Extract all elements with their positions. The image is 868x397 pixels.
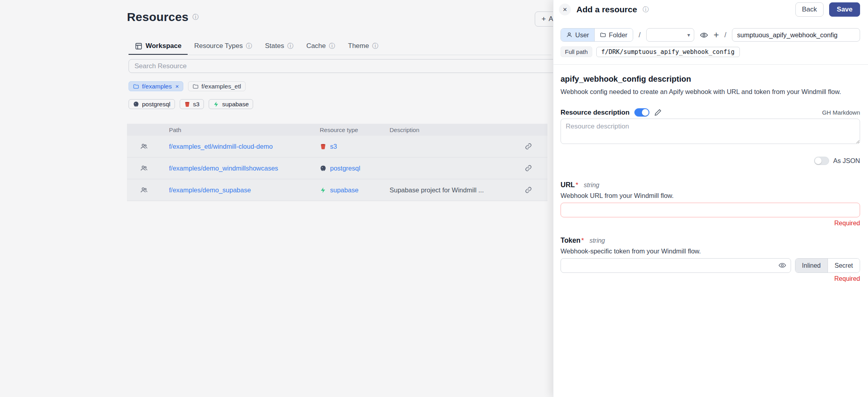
drawer-backdrop[interactable] <box>0 0 553 397</box>
full-path-value: f/DRK/sumptuous_apify_webhook_config <box>596 47 740 57</box>
token-inlined-option[interactable]: Inlined <box>795 259 828 272</box>
url-help: Webhook URL from your Windmill flow. <box>561 192 860 199</box>
as-json-row: As JSON <box>561 157 860 165</box>
owner-kind-toggle: User Folder <box>561 28 633 42</box>
token-type: string <box>590 237 605 244</box>
url-label: URL <box>561 181 575 189</box>
resource-name-input[interactable] <box>732 28 860 42</box>
schema-description: Webhook config needed to create an Apify… <box>561 87 860 96</box>
path-separator: / <box>724 31 726 39</box>
add-folder-icon[interactable]: + <box>714 31 719 40</box>
chevron-down-icon: ▾ <box>687 32 690 38</box>
close-icon: × <box>563 6 567 14</box>
view-permissions-eye-icon[interactable] <box>700 31 708 39</box>
full-path-row: Full path f/DRK/sumptuous_apify_webhook_… <box>561 46 860 57</box>
path-builder: User Folder / ▾ + / <box>561 28 860 42</box>
token-label: Token <box>561 236 580 245</box>
save-button[interactable]: Save <box>829 2 860 17</box>
gh-markdown-label: GH Markdown <box>822 109 860 116</box>
divider <box>553 64 868 65</box>
owner-folder-label: Folder <box>609 31 628 39</box>
url-field: URL * string Webhook URL from your Windm… <box>561 181 860 227</box>
url-input[interactable] <box>561 203 860 217</box>
folder-icon <box>600 32 606 38</box>
token-secret-option[interactable]: Secret <box>828 259 860 272</box>
owner-select[interactable]: ▾ <box>646 28 694 42</box>
url-type: string <box>584 182 599 189</box>
as-json-toggle[interactable] <box>814 157 829 165</box>
add-resource-drawer: × Add a resource ⓘ Back Save User Folder… <box>553 0 868 397</box>
full-path-label: Full path <box>561 46 592 57</box>
resource-description-textarea[interactable] <box>561 119 860 144</box>
close-drawer-button[interactable]: × <box>559 4 571 15</box>
drawer-title: Add a resource <box>576 5 637 14</box>
user-icon <box>566 32 572 38</box>
owner-folder-option[interactable]: Folder <box>594 29 633 41</box>
back-button[interactable]: Back <box>795 2 824 17</box>
required-asterisk: * <box>576 181 578 189</box>
owner-user-label: User <box>575 31 589 39</box>
token-help: Webhook-specific token from your Windmil… <box>561 247 860 255</box>
token-input[interactable] <box>561 258 791 273</box>
resource-description-row: Resource description GH Markdown <box>561 108 860 117</box>
markdown-preview-toggle[interactable] <box>634 108 649 117</box>
show-password-eye-icon[interactable] <box>778 261 786 269</box>
info-icon[interactable]: ⓘ <box>643 6 649 13</box>
resource-description-label: Resource description <box>561 109 630 117</box>
path-separator: / <box>639 31 641 39</box>
drawer-header: × Add a resource ⓘ Back Save <box>553 0 868 17</box>
required-asterisk: * <box>581 237 584 245</box>
token-field: Token * string Webhook-specific token fr… <box>561 236 860 282</box>
edit-pencil-icon[interactable] <box>654 109 662 116</box>
token-required-text: Required <box>561 275 860 282</box>
token-storage-toggle: Inlined Secret <box>795 258 860 273</box>
as-json-label: As JSON <box>833 157 860 165</box>
url-required-text: Required <box>561 220 860 227</box>
owner-user-option[interactable]: User <box>561 29 594 41</box>
schema-title: apify_webhook_config description <box>561 75 860 84</box>
